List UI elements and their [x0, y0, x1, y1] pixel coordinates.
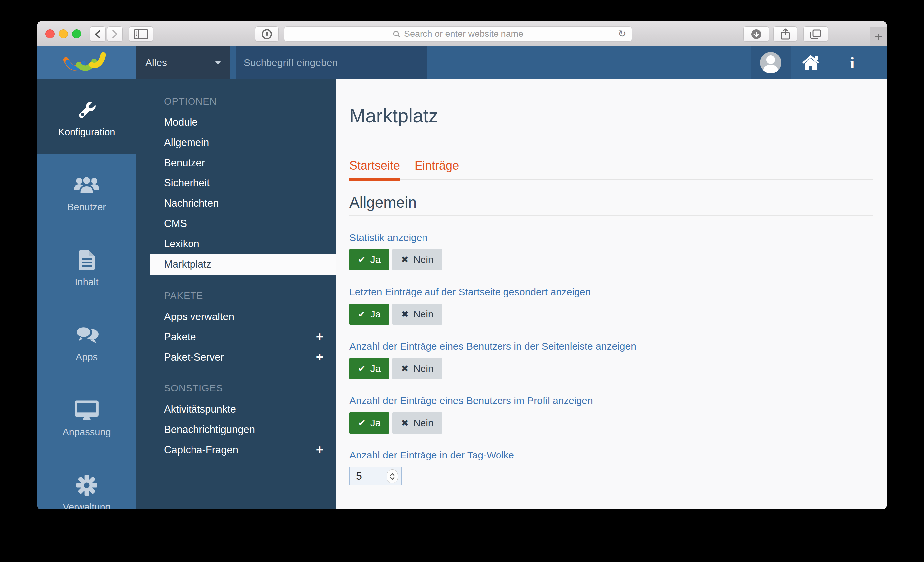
section-heading-allgemein: Allgemein	[350, 194, 873, 211]
menu-item-allgemein[interactable]: Allgemein	[136, 132, 336, 153]
downloads-button[interactable]	[744, 26, 770, 42]
menu-item-marktplatz[interactable]: Marktplatz	[150, 254, 336, 275]
yes-button[interactable]: ✔ Ja	[350, 249, 389, 270]
menu-item-label: Captcha-Fragen	[164, 444, 238, 456]
address-bar[interactable]: Search or enter website name ↻	[284, 26, 632, 42]
section-heading-eintragsauflistung: Eintragsauflistung	[350, 506, 873, 509]
plus-icon[interactable]: +	[316, 347, 323, 367]
menu-item-lexikon[interactable]: Lexikon	[136, 234, 336, 254]
scope-dropdown-value: Alles	[146, 57, 167, 68]
menu-item-sicherheit[interactable]: Sicherheit	[136, 173, 336, 193]
menu-item-apps-verwalten[interactable]: Apps verwalten	[136, 307, 336, 327]
sidebar-item-label: Inhalt	[75, 277, 99, 288]
chevron-left-icon	[94, 29, 102, 39]
menu-section-title: PAKETE	[164, 290, 336, 301]
safari-window: Search or enter website name ↻	[37, 21, 887, 509]
sidebar-item-apps[interactable]: Apps	[37, 304, 136, 379]
users-icon	[74, 174, 100, 197]
plus-icon: +	[874, 30, 882, 45]
menu-item-module[interactable]: Module	[136, 112, 336, 132]
menu-item-label: Paket-Server	[164, 351, 224, 363]
field-tag-wolke: Anzahl der Einträge in der Tag-Wolke	[350, 449, 873, 486]
sidebar-item-verwaltung[interactable]: Verwaltung	[37, 454, 136, 509]
sidebar-item-inhalt[interactable]: Inhalt	[37, 229, 136, 304]
field-label: Anzahl der Einträge eines Benutzers in d…	[350, 340, 873, 353]
no-button[interactable]: ✖ Nein	[392, 249, 442, 270]
wrench-icon	[76, 99, 98, 122]
reload-icon[interactable]: ↻	[618, 28, 626, 39]
acp-top-nav: Alles Suchbegriff eingeben i	[37, 46, 887, 79]
menu-item-paket-server[interactable]: Paket-Server +	[136, 347, 336, 367]
x-icon: ✖	[401, 255, 409, 265]
info-button[interactable]: i	[842, 46, 862, 79]
field-label: Statistik anzeigen	[350, 231, 873, 244]
options-menu-panel: OPTIONEN Module Allgemein Benutzer Siche…	[136, 79, 336, 509]
sidebar-item-label: Benutzer	[68, 202, 106, 213]
url-placeholder: Search or enter website name	[404, 29, 524, 39]
minimize-window-button[interactable]	[59, 29, 68, 39]
menu-item-aktivitaetspunkte[interactable]: Aktivitätspunkte	[136, 399, 336, 419]
menu-item-benutzer[interactable]: Benutzer	[136, 153, 336, 173]
field-letzte-eintraege: Letzten Einträge auf der Startseite geso…	[350, 286, 873, 325]
sidebar-item-benutzer[interactable]: Benutzer	[37, 154, 136, 229]
sidebar-item-konfiguration[interactable]: Konfiguration	[37, 79, 136, 154]
sidebar-item-anpassung[interactable]: Anpassung	[37, 379, 136, 454]
tab-startseite[interactable]: Startseite	[350, 159, 400, 181]
zoom-window-button[interactable]	[72, 29, 81, 39]
yes-button[interactable]: ✔ Ja	[350, 304, 389, 325]
sidebar-icon	[134, 29, 148, 39]
acp-layout: Konfiguration Benutzer	[37, 79, 887, 509]
x-icon: ✖	[401, 309, 409, 319]
tabs-icon	[810, 29, 822, 39]
comments-icon	[74, 324, 99, 347]
menu-item-label: Pakete	[164, 331, 196, 343]
sidebar-toggle-button[interactable]	[129, 26, 153, 42]
back-button[interactable]	[90, 26, 105, 42]
user-menu[interactable]	[751, 46, 790, 79]
file-icon	[77, 249, 96, 272]
share-icon	[780, 28, 790, 40]
menu-item-captcha-fragen[interactable]: Captcha-Fragen +	[136, 439, 336, 460]
forward-button[interactable]	[107, 26, 123, 42]
acp-search-input[interactable]: Suchbegriff eingeben	[236, 46, 428, 79]
check-icon: ✔	[358, 255, 366, 265]
new-tab-button[interactable]: +	[870, 27, 887, 46]
info-icon: i	[850, 54, 854, 72]
x-icon: ✖	[401, 363, 409, 374]
check-icon: ✔	[358, 309, 366, 319]
show-tabs-button[interactable]	[803, 26, 828, 42]
field-label: Letzten Einträge auf der Startseite geso…	[350, 286, 873, 298]
no-button[interactable]: ✖ Nein	[392, 412, 442, 434]
field-label: Anzahl der Einträge eines Benutzers im P…	[350, 394, 873, 407]
avatar	[760, 52, 781, 73]
menu-item-benachrichtigungen[interactable]: Benachrichtigungen	[136, 419, 336, 439]
main-sidebar: Konfiguration Benutzer	[37, 79, 136, 509]
scope-dropdown[interactable]: Alles	[136, 46, 230, 79]
no-button[interactable]: ✖ Nein	[392, 304, 442, 325]
home-button[interactable]	[799, 46, 822, 79]
keyhole-icon	[261, 28, 273, 40]
plus-icon[interactable]: +	[316, 439, 323, 460]
x-icon: ✖	[401, 418, 409, 428]
share-button[interactable]	[773, 26, 797, 42]
yes-button[interactable]: ✔ Ja	[350, 358, 389, 379]
main-content: Marktplatz Startseite Einträge Allgemein…	[336, 79, 887, 509]
stepper-control[interactable]	[387, 469, 398, 483]
yes-button[interactable]: ✔ Ja	[350, 412, 389, 434]
desktop-icon	[74, 399, 99, 422]
field-profil: Anzahl der Einträge eines Benutzers im P…	[350, 394, 873, 434]
chevron-right-icon	[111, 29, 119, 39]
check-icon: ✔	[358, 363, 366, 374]
plus-icon[interactable]: +	[316, 327, 323, 347]
woltlab-logo[interactable]	[37, 46, 136, 79]
menu-item-cms[interactable]: CMS	[136, 213, 336, 234]
tab-eintraege[interactable]: Einträge	[414, 159, 459, 179]
gear-icon	[75, 474, 98, 497]
browser-chrome: Search or enter website name ↻	[37, 21, 887, 46]
no-button[interactable]: ✖ Nein	[392, 358, 442, 379]
onepassword-button[interactable]	[255, 26, 279, 42]
menu-item-pakete[interactable]: Pakete +	[136, 327, 336, 347]
menu-item-nachrichten[interactable]: Nachrichten	[136, 193, 336, 213]
close-window-button[interactable]	[45, 29, 55, 39]
sidebar-item-label: Verwaltung	[63, 502, 111, 509]
